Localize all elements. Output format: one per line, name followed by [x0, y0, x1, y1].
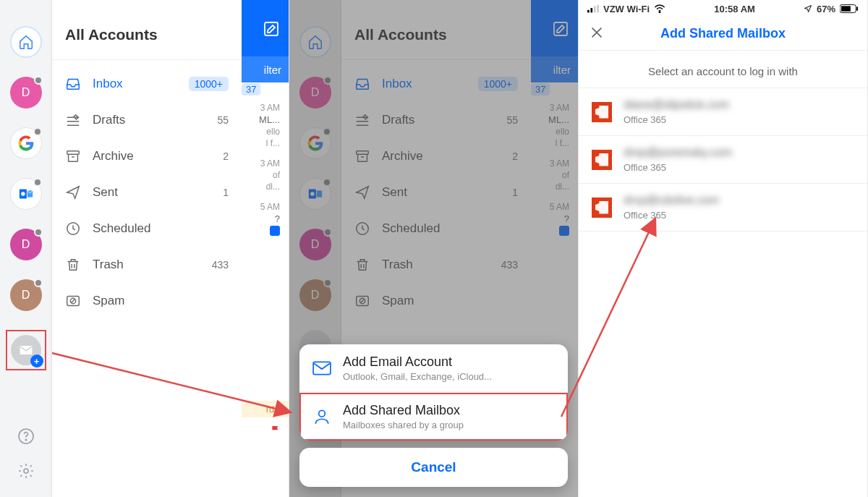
close-icon[interactable]	[589, 25, 605, 41]
office365-icon	[592, 197, 612, 218]
peek-header	[242, 0, 289, 56]
svg-rect-26	[841, 6, 851, 11]
folder-scheduled[interactable]: Scheduled	[52, 211, 242, 247]
panel-step-3: VZW Wi-Fi 10:58 AM 67% Add Shared Mailbo…	[579, 0, 868, 497]
folder-trash[interactable]: Trash 433	[52, 247, 242, 283]
folder-inbox[interactable]: Inbox 1000+	[52, 66, 242, 102]
account-avatar-google[interactable]	[10, 127, 42, 159]
message-list-peek: ilter 37 3 AM ML... ello l f... 3 AM of …	[242, 0, 289, 497]
rail-bottom	[0, 428, 52, 480]
plus-icon: +	[30, 354, 43, 368]
svg-rect-6	[67, 151, 80, 155]
add-account-button[interactable]: +	[11, 335, 41, 365]
peek-yesterday-header: rday	[242, 401, 289, 417]
archive-icon	[65, 148, 81, 164]
account-avatar-outlook[interactable]	[10, 178, 42, 210]
home-account-avatar[interactable]	[10, 26, 42, 58]
action-sheet: Add Email Account Outlook, Gmail, Exchan…	[299, 344, 568, 487]
svg-rect-18	[313, 362, 331, 374]
inbox-icon	[65, 76, 81, 92]
carrier-label: VZW Wi-Fi	[603, 4, 650, 14]
account-row-3[interactable]: drcp@cdolive.comOffice 365	[579, 184, 867, 231]
person-icon	[312, 407, 331, 426]
signal-icon	[587, 4, 599, 13]
folder-sent[interactable]: Sent 1	[52, 174, 242, 211]
outlook-icon	[18, 186, 34, 202]
cancel-button[interactable]: Cancel	[299, 448, 568, 487]
status-bar: VZW Wi-Fi 10:58 AM 67%	[579, 0, 867, 17]
peek-message-1[interactable]: 3 AM ML... ello l f...	[246, 103, 284, 148]
page-title: Add Shared Mailbox	[660, 26, 786, 41]
location-icon	[804, 4, 812, 13]
add-email-account-row[interactable]: Add Email Account Outlook, Gmail, Exchan…	[299, 344, 568, 393]
account-row-2[interactable]: dmp@poremsky.comOffice 365	[579, 136, 867, 184]
hint-text: Select an account to log in with	[579, 51, 867, 88]
home-icon	[18, 34, 34, 50]
peek-message-2[interactable]: 3 AM of dl...	[246, 158, 284, 192]
drafts-icon	[65, 112, 81, 128]
spam-icon	[65, 293, 81, 309]
unread-indicator	[270, 226, 280, 236]
svg-point-24	[659, 12, 660, 13]
filter-label[interactable]: ilter	[242, 56, 289, 82]
add-shared-mailbox-row[interactable]: Add Shared Mailbox Mailboxes shared by a…	[299, 393, 568, 441]
help-icon[interactable]	[17, 428, 35, 445]
folder-archive[interactable]: Archive 2	[52, 138, 242, 174]
svg-rect-23	[597, 5, 599, 13]
google-icon	[18, 135, 34, 151]
account-avatar-2[interactable]: D	[10, 229, 42, 260]
office365-icon	[592, 150, 612, 170]
focused-count-badge: 37	[242, 83, 260, 95]
account-avatar-3[interactable]: D	[10, 279, 42, 311]
drawer-title: All Accounts	[52, 0, 242, 60]
clock-label: 10:58 AM	[714, 4, 755, 14]
svg-point-4	[25, 439, 27, 441]
mail-icon	[19, 344, 33, 356]
flag-icon	[270, 425, 281, 436]
folder-spam[interactable]: Spam	[52, 283, 242, 319]
panel-step-1: D D D +	[0, 0, 289, 497]
svg-point-1	[21, 192, 25, 196]
battery-label: 67%	[817, 4, 835, 14]
peek-message-3[interactable]: 5 AM ?	[246, 202, 284, 236]
account-row-1[interactable]: diane@slipstick.comOffice 365	[579, 88, 867, 136]
battery-icon	[840, 4, 859, 14]
compose-icon[interactable]	[263, 20, 280, 38]
add-account-highlight: +	[6, 330, 46, 370]
folder-drawer: All Accounts Inbox 1000+ Drafts 55 Archi…	[52, 0, 242, 497]
svg-rect-21	[590, 8, 592, 12]
svg-point-5	[24, 469, 28, 473]
sent-icon	[65, 184, 81, 200]
trash-icon	[65, 257, 81, 273]
nav-bar: Add Shared Mailbox	[579, 17, 867, 51]
account-list: diane@slipstick.comOffice 365 dmp@porems…	[579, 88, 867, 231]
account-rail: D D D +	[0, 0, 52, 497]
svg-rect-10	[265, 22, 278, 35]
svg-rect-20	[587, 10, 590, 13]
mail-icon	[312, 361, 331, 375]
svg-rect-27	[856, 7, 858, 11]
svg-point-19	[319, 410, 326, 417]
folder-drafts[interactable]: Drafts 55	[52, 102, 242, 138]
office365-icon	[592, 102, 612, 122]
scheduled-icon	[65, 221, 81, 237]
gear-icon[interactable]	[17, 462, 35, 480]
wifi-icon	[654, 4, 665, 13]
account-avatar-1[interactable]: D	[10, 77, 42, 109]
panel-step-2: D D D All Accounts Inbox1000+ Drafts55 A…	[289, 0, 579, 497]
svg-rect-22	[594, 6, 596, 12]
